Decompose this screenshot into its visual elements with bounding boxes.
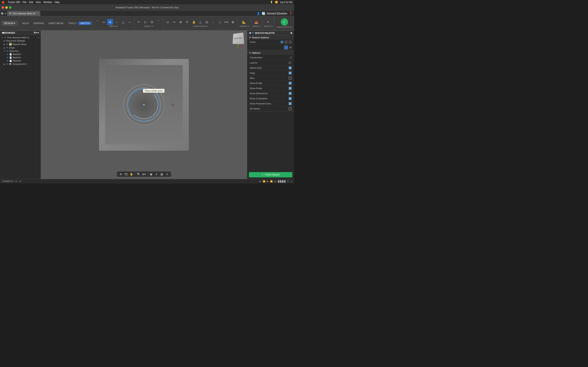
design-mode-button[interactable]: DESIGN ▾ xyxy=(2,21,17,26)
finish-sketch-button[interactable]: ✓ Finish Sketch xyxy=(249,172,292,177)
sketch-color-swatch[interactable] xyxy=(284,46,288,49)
tangent-constraint[interactable]: △ xyxy=(198,19,203,25)
collinear-constraint[interactable]: ═ xyxy=(171,19,177,25)
pan-tool[interactable]: ✋ xyxy=(129,172,134,176)
visibility-sketches[interactable]: 👁 xyxy=(7,50,9,52)
display-mode-dropdown[interactable]: ▾ xyxy=(154,172,159,176)
horizontal-constraint[interactable]: ⟺ xyxy=(224,19,229,25)
viewcube[interactable]: BOTTOM Z X xyxy=(231,33,245,47)
zoom-icon[interactable]: 🔍 xyxy=(136,172,141,176)
visibility-sketch4[interactable]: 👁 xyxy=(7,57,9,59)
extend-tool[interactable]: ⊏ xyxy=(143,19,148,25)
comments-resize[interactable]: ⟺ xyxy=(18,180,21,183)
show-dimensions-checkbox[interactable]: ✓ xyxy=(289,92,292,95)
constraints-label[interactable]: CONSTRAINTS ▾ xyxy=(193,25,208,27)
create-label[interactable]: CREATE ▾ xyxy=(109,25,118,27)
coincident-constraint[interactable]: ⊔ xyxy=(165,19,171,25)
tab-close-icon[interactable]: × xyxy=(37,12,38,15)
user-icon[interactable]: 👤 xyxy=(257,12,260,15)
fix-constraint[interactable]: 🔒 xyxy=(191,19,197,25)
select-label[interactable]: SELECT ▾ xyxy=(264,25,273,27)
palette-close-icon[interactable]: ▶ xyxy=(291,32,292,34)
finish-sketch-label[interactable]: FINISH SKETCH ▾ xyxy=(277,26,292,28)
visibility-named-views[interactable]: 👁 xyxy=(6,43,8,45)
visibility-component1[interactable]: 👁 xyxy=(6,63,8,65)
apps-icon[interactable]: ⊞ xyxy=(1,11,3,15)
circle-two-point-radio[interactable] xyxy=(285,41,287,43)
browser-item-sketch6[interactable]: 👁 📄 Sketch6 xyxy=(0,59,41,62)
browser-item-named-views[interactable]: ▶ 👁 📁 Named Views xyxy=(0,42,41,46)
equal-constraint[interactable]: ◎ xyxy=(204,19,210,25)
tab-sketch[interactable]: SKETCH xyxy=(78,22,92,25)
show-constraints-checkbox[interactable]: ✓ xyxy=(289,97,292,100)
menu-fusion360[interactable]: Fusion 360 xyxy=(8,1,20,4)
sketch-grid-checkbox[interactable]: ✓ xyxy=(289,67,292,69)
rectangle-tool[interactable]: ▭ xyxy=(101,19,106,25)
show-points-checkbox[interactable]: ✓ xyxy=(289,87,292,90)
browser-item-component1[interactable]: ▶ 👁 📦 Component1:1 xyxy=(0,62,41,66)
viewcube-box[interactable]: BOTTOM xyxy=(232,33,244,44)
minimize-button[interactable] xyxy=(5,6,8,9)
browser-item-doc-settings[interactable]: ▶ Document Settings xyxy=(0,39,41,42)
visibility-sketch3[interactable]: 👁 xyxy=(7,53,9,55)
select-tool[interactable]: ↖ xyxy=(265,19,271,25)
timeline-next[interactable]: ⏩ xyxy=(270,180,273,183)
maximize-button[interactable] xyxy=(9,6,11,9)
display-mode-icon[interactable]: ▣ xyxy=(149,172,153,176)
tab-tools[interactable]: TOOLS xyxy=(66,22,78,25)
menu-view[interactable]: View xyxy=(35,1,41,4)
menu-edit[interactable]: Edit xyxy=(29,1,33,4)
timeline-settings[interactable]: ⚙ xyxy=(287,180,289,183)
slice-checkbox[interactable] xyxy=(289,77,292,80)
zoom-dropdown[interactable]: ⊕▾ xyxy=(142,172,146,176)
circle-three-point-radio[interactable] xyxy=(289,41,292,43)
new-tab-icon[interactable]: + xyxy=(5,12,6,15)
timeline-prev[interactable]: ⏪ xyxy=(263,180,265,183)
arc-tool[interactable]: ⌢ xyxy=(114,19,120,25)
close-button[interactable] xyxy=(2,6,4,9)
browser-settings-icon[interactable]: ⚙ xyxy=(34,31,36,34)
menu-help[interactable]: Help xyxy=(54,1,60,4)
refresh-icon[interactable]: ↺ xyxy=(289,46,292,49)
visibility-origin[interactable]: 👁 xyxy=(6,47,8,49)
construction-icon[interactable]: ◁ xyxy=(290,56,292,59)
browser-item-root[interactable]: ▼ 👁 Thor Hammer Mold v1 ✏ xyxy=(0,36,41,39)
show-projected-geom-checkbox[interactable]: ✓ xyxy=(289,102,292,105)
parallel-constraint[interactable]: ⟋ xyxy=(210,19,216,25)
polygon-tool[interactable]: △ xyxy=(120,19,126,25)
feature-options-header[interactable]: ▼ Feature Options xyxy=(247,35,294,40)
collapse-browser-icon[interactable]: ◀ xyxy=(2,31,3,34)
menu-window[interactable]: Window xyxy=(43,1,52,4)
perpendicular-constraint[interactable]: ⊥ xyxy=(217,19,223,25)
timeline-play[interactable]: ▶ xyxy=(267,180,268,183)
ellipse-tool[interactable]: — xyxy=(127,19,132,25)
options-header[interactable]: ▼ Options xyxy=(247,51,294,55)
menu-file[interactable]: File xyxy=(22,1,26,4)
insert-label[interactable]: INSERT ▾ xyxy=(252,25,260,27)
snap-checkbox[interactable]: ✓ xyxy=(289,72,292,75)
comments-settings[interactable]: ⚙ xyxy=(15,180,17,183)
browser-item-sketch4[interactable]: 👁 📄 Sketch4 xyxy=(0,56,41,59)
browser-item-sketches[interactable]: ▼ 👁 Sketches xyxy=(0,49,41,53)
break-tool[interactable]: ⌬ xyxy=(149,19,155,25)
document-tab[interactable]: ⚙ Thor Hammer Mold v1* × xyxy=(7,11,40,16)
fillet-tool[interactable]: ⌒ xyxy=(156,19,161,25)
finish-sketch-toolbar-btn[interactable]: ✓ xyxy=(281,18,288,26)
apple-menu[interactable]: 🍎 xyxy=(2,1,5,4)
midpoint-constraint[interactable]: ✕ xyxy=(184,19,190,25)
timeline-prev-start[interactable]: ⏮ xyxy=(259,180,261,183)
line-tool[interactable]: ⌒ xyxy=(94,19,100,25)
grid-dropdown[interactable]: ▾ xyxy=(165,172,169,176)
camera-icon[interactable]: 📷 xyxy=(124,172,129,176)
concentric-constraint[interactable]: ⊕ xyxy=(178,19,183,25)
circle-tool[interactable]: ● xyxy=(107,19,113,25)
palette-expand-icon[interactable]: ◀ xyxy=(249,32,251,34)
insert-tool[interactable]: 📥 xyxy=(254,19,259,25)
browser-resize-icon[interactable]: ⟺ xyxy=(36,31,39,34)
show-profile-checkbox[interactable]: ✓ xyxy=(289,82,292,85)
display-settings-icon[interactable]: ⚙ xyxy=(119,172,123,176)
trim-tool[interactable]: ✂ xyxy=(136,19,142,25)
tab-sheet-metal[interactable]: SHEET METAL xyxy=(46,22,66,25)
inspect-label[interactable]: INSPECT ▾ xyxy=(239,25,249,27)
look-at-icon[interactable]: 🎥 xyxy=(288,61,292,64)
